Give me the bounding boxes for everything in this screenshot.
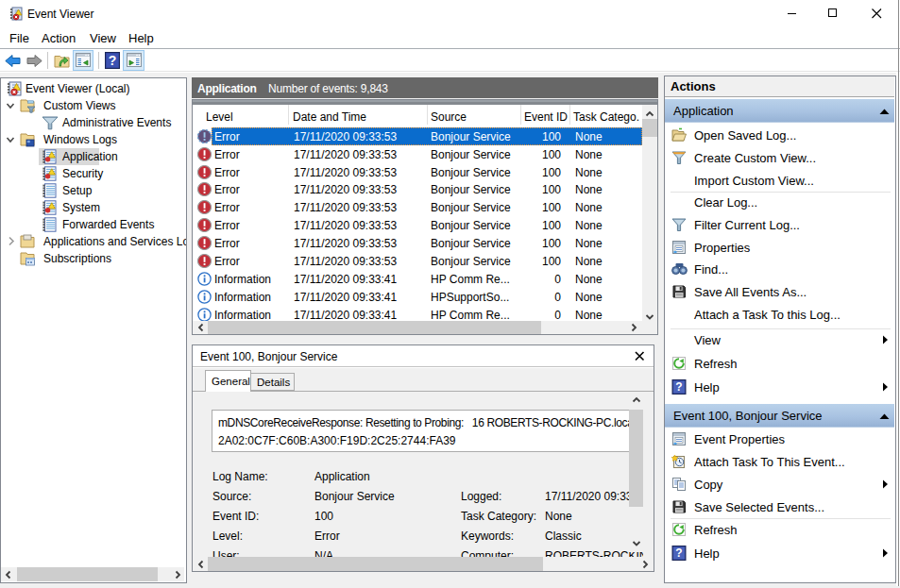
svg-text:?: ?: [675, 546, 682, 560]
svg-text:?: ?: [675, 380, 682, 394]
svg-text:?: ?: [109, 53, 117, 68]
